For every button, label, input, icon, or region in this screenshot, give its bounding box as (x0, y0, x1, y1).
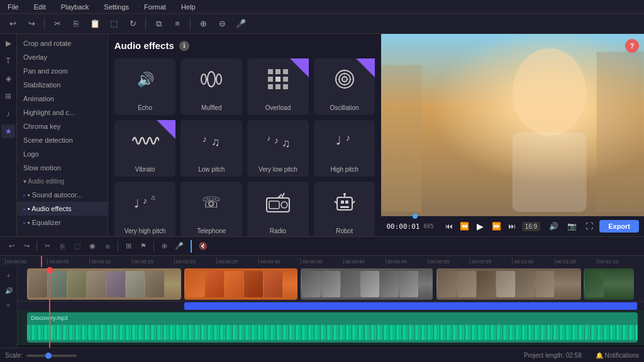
sidebar-item-sound-autocor[interactable]: •• Sound autocor... (17, 188, 108, 202)
effect-very-high-pitch[interactable]: ♩ ♪ ♫ Very high pitch (114, 182, 176, 236)
effect-oscillation[interactable]: Oscillation (314, 58, 375, 115)
sidebar-item-highlight[interactable]: Highlight and c... (17, 106, 108, 119)
sidebar-item-logo[interactable]: Logo (17, 147, 108, 161)
svg-rect-9 (283, 77, 288, 82)
echo-label: Echo (138, 104, 152, 111)
tl-split-btn[interactable]: ◉ (86, 240, 99, 253)
tl-trim-btn[interactable]: ≡ (101, 240, 114, 253)
svg-rect-4 (268, 69, 273, 74)
fullscreen-button[interactable]: ⛶ (583, 221, 596, 232)
effect-robot[interactable]: Robot (314, 182, 375, 236)
skip-end-button[interactable]: ⏭ (506, 221, 518, 232)
audio-clip[interactable]: Discovery.mp3 (27, 312, 638, 343)
thumb (585, 271, 604, 297)
crop-button[interactable]: ⬚ (106, 16, 121, 31)
effect-very-low-pitch[interactable]: ♪ ♪ ♫ Very low pitch (247, 120, 309, 177)
transition-icon-btn[interactable]: ⊞ (1, 89, 15, 103)
tl-paste-btn[interactable]: ⬚ (71, 240, 84, 253)
tl-snap-btn[interactable]: ⊞ (122, 240, 135, 253)
redo-button[interactable]: ↪ (24, 16, 39, 31)
audio-track: Discovery.mp3 (18, 310, 644, 345)
effect-overload[interactable]: Overload (247, 58, 309, 115)
muffled-label: Muffled (201, 104, 222, 111)
split-button[interactable]: ⧉ (151, 16, 166, 31)
sidebar-item-scene[interactable]: Scene detection (17, 133, 108, 147)
sidebar-item-slow-motion[interactable]: Slow motion (17, 161, 108, 175)
thumb (438, 271, 457, 297)
step-forward-button[interactable]: ⏩ (489, 221, 504, 232)
scale-slider[interactable] (26, 354, 77, 357)
menu-settings[interactable]: Settings (101, 2, 131, 12)
play-button[interactable]: ▶ (474, 219, 487, 233)
tl-zoom-btn[interactable]: ⊕ (158, 240, 170, 253)
info-icon[interactable]: ℹ (179, 41, 189, 51)
notifications-btn[interactable]: 🔔 Notifications (596, 352, 639, 359)
sidebar-item-equalizer[interactable]: •• Equalizer (17, 216, 108, 229)
tl-mic-btn[interactable]: 🎤 (173, 240, 186, 253)
export-button[interactable]: Export (599, 220, 639, 233)
effect-vibrato[interactable]: Vibrato (114, 120, 176, 177)
tl-cut-btn[interactable]: ✂ (41, 240, 53, 253)
filter-icon-btn[interactable]: ◈ (1, 72, 15, 85)
cut-button[interactable]: ✂ (50, 16, 65, 31)
tl-sep-3 (153, 241, 154, 251)
tl-redo-btn[interactable]: ↪ (20, 240, 33, 253)
video-clip-4[interactable] (436, 268, 581, 300)
rotate-button[interactable]: ↻ (125, 16, 140, 31)
help-button[interactable]: ? (625, 39, 639, 53)
media-icon-btn[interactable]: ▶ (1, 36, 15, 50)
effect-echo[interactable]: 🔊 Echo (114, 58, 176, 115)
vol-track-btn[interactable]: 🔊 (3, 284, 15, 297)
effect-high-pitch[interactable]: ♩ ♪ High pitch (314, 120, 375, 177)
snapshot-button[interactable]: 📷 (565, 221, 579, 232)
video-clip-5[interactable] (584, 268, 634, 300)
video-clip-3[interactable] (301, 268, 433, 300)
step-back-button[interactable]: ⏪ (457, 221, 472, 232)
menu-help[interactable]: Help (179, 2, 198, 12)
sidebar-item-overlay[interactable]: Overlay (17, 50, 108, 64)
zoom-out-button[interactable]: ⊖ (214, 16, 230, 31)
skip-start-button[interactable]: ⏮ (443, 221, 455, 232)
sidebar-item-audio-effects[interactable]: •• Audio effects (17, 202, 108, 216)
sidebar-item-crop[interactable]: Crop and rotate (17, 36, 108, 50)
thumb (244, 271, 263, 297)
track-settings-btn[interactable]: ≡ (3, 299, 15, 311)
sidebar-item-audio-editing[interactable]: ▾ Audio editing (17, 175, 108, 188)
mic-button[interactable]: 🎤 (233, 16, 248, 31)
audio-icon-btn[interactable]: ♪ (1, 107, 15, 121)
menu-file[interactable]: File (5, 2, 21, 12)
tl-mute-btn[interactable]: 🔇 (197, 240, 209, 253)
tl-undo-btn[interactable]: ↩ (5, 240, 18, 253)
sidebar-item-chroma[interactable]: Chroma key (17, 119, 108, 133)
effect-telephone[interactable]: ☏ Telephone (180, 182, 242, 236)
menu-playback[interactable]: Playback (58, 2, 92, 12)
menu-edit[interactable]: Edit (31, 2, 48, 12)
menu-format[interactable]: Format (142, 2, 169, 12)
sidebar-item-pan-zoom[interactable]: Pan and zoom (17, 64, 108, 78)
svg-point-3 (216, 74, 221, 84)
text-icon-btn[interactable]: T (1, 54, 15, 68)
video-clip-2[interactable] (184, 268, 297, 300)
tl-marker-btn[interactable]: ⚑ (137, 240, 150, 253)
trim-button[interactable]: ≡ (170, 16, 185, 31)
sidebar-item-stabilization[interactable]: Stabilization (17, 78, 108, 92)
copy-button[interactable]: ⎘ (69, 16, 84, 31)
sidebar-item-animation[interactable]: Animation (17, 92, 108, 106)
tl-copy-btn[interactable]: ⎘ (56, 240, 69, 253)
color-strip[interactable] (184, 302, 637, 310)
effect-radio[interactable]: Radio (247, 182, 309, 236)
add-track-btn[interactable]: + (3, 270, 15, 282)
ruler-mark-3: 00:00:15 (132, 258, 174, 265)
scale-thumb[interactable] (45, 353, 52, 359)
undo-button[interactable]: ↩ (5, 16, 20, 31)
zoom-in-button[interactable]: ⊕ (196, 16, 211, 31)
vibrato-icon (131, 125, 159, 156)
effect-muffled[interactable]: Muffled (180, 58, 242, 115)
thumb (186, 271, 204, 297)
effect-low-pitch[interactable]: ♪ ♫ Low pitch (180, 120, 242, 177)
effects-icon-btn[interactable]: ★ (1, 124, 15, 138)
paste-button[interactable]: 📋 (87, 16, 103, 31)
volume-button[interactable]: 🔊 (547, 221, 561, 232)
svg-text:♫: ♫ (150, 194, 155, 201)
low-pitch-icon: ♪ ♫ (197, 125, 225, 156)
